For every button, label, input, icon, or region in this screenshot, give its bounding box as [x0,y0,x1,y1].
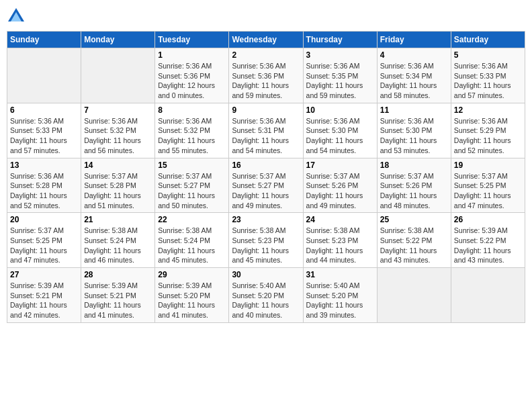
day-info: Sunrise: 5:36 AMSunset: 5:36 PMDaylight:… [232,61,300,101]
calendar-cell: 21Sunrise: 5:38 AMSunset: 5:24 PMDayligh… [81,213,155,268]
day-number: 1 [158,50,226,60]
day-info: Sunrise: 5:38 AMSunset: 5:22 PMDaylight:… [380,226,448,265]
calendar-row: 20Sunrise: 5:37 AMSunset: 5:25 PMDayligh… [7,213,525,268]
calendar-cell: 18Sunrise: 5:37 AMSunset: 5:26 PMDayligh… [377,158,451,213]
calendar-cell: 14Sunrise: 5:37 AMSunset: 5:28 PMDayligh… [81,158,155,213]
day-number: 31 [306,270,374,279]
day-info: Sunrise: 5:37 AMSunset: 5:26 PMDaylight:… [306,171,374,211]
day-info: Sunrise: 5:39 AMSunset: 5:21 PMDaylight:… [84,281,152,320]
day-number: 3 [306,50,374,60]
calendar-row: 1Sunrise: 5:36 AMSunset: 5:36 PMDaylight… [7,48,525,103]
day-info: Sunrise: 5:36 AMSunset: 5:32 PMDaylight:… [158,116,226,156]
day-number: 15 [158,161,226,170]
day-number: 14 [84,161,152,170]
day-number: 4 [380,50,448,60]
day-number: 17 [306,161,374,170]
day-info: Sunrise: 5:36 AMSunset: 5:30 PMDaylight:… [380,116,448,156]
day-info: Sunrise: 5:39 AMSunset: 5:22 PMDaylight:… [454,226,522,265]
calendar-cell: 6Sunrise: 5:36 AMSunset: 5:33 PMDaylight… [7,103,81,158]
day-number: 12 [454,105,522,115]
day-number: 26 [454,215,522,224]
weekday-header-saturday: Saturday [451,32,525,48]
calendar-cell: 31Sunrise: 5:40 AMSunset: 5:20 PMDayligh… [303,268,377,323]
calendar-table: SundayMondayTuesdayWednesdayThursdayFrid… [7,31,525,323]
calendar-cell: 5Sunrise: 5:36 AMSunset: 5:33 PMDaylight… [451,48,525,103]
weekday-header-monday: Monday [81,32,155,48]
day-info: Sunrise: 5:37 AMSunset: 5:27 PMDaylight:… [232,171,300,211]
day-info: Sunrise: 5:37 AMSunset: 5:28 PMDaylight:… [84,171,152,211]
day-info: Sunrise: 5:40 AMSunset: 5:20 PMDaylight:… [306,281,374,320]
calendar-cell: 30Sunrise: 5:40 AMSunset: 5:20 PMDayligh… [229,268,303,323]
day-number: 11 [380,105,448,115]
day-info: Sunrise: 5:38 AMSunset: 5:24 PMDaylight:… [158,226,226,265]
day-info: Sunrise: 5:36 AMSunset: 5:32 PMDaylight:… [84,116,152,156]
day-info: Sunrise: 5:36 AMSunset: 5:28 PMDaylight:… [10,171,78,211]
day-number: 8 [158,105,226,115]
weekday-header-thursday: Thursday [303,32,377,48]
day-number: 18 [380,161,448,170]
day-number: 24 [306,215,374,224]
day-info: Sunrise: 5:37 AMSunset: 5:27 PMDaylight:… [158,171,226,211]
calendar-cell: 23Sunrise: 5:38 AMSunset: 5:23 PMDayligh… [229,213,303,268]
page-header [7,7,525,26]
day-info: Sunrise: 5:38 AMSunset: 5:24 PMDaylight:… [84,226,152,265]
calendar-cell [377,268,451,323]
day-number: 20 [10,215,78,224]
calendar-cell: 22Sunrise: 5:38 AMSunset: 5:24 PMDayligh… [155,213,229,268]
day-number: 5 [454,50,522,60]
day-info: Sunrise: 5:36 AMSunset: 5:29 PMDaylight:… [454,116,522,156]
day-number: 19 [454,161,522,170]
day-number: 16 [232,161,300,170]
calendar-cell: 7Sunrise: 5:36 AMSunset: 5:32 PMDaylight… [81,103,155,158]
day-number: 7 [84,105,152,115]
weekday-header-sunday: Sunday [7,32,81,48]
day-number: 6 [10,105,78,115]
calendar-row: 13Sunrise: 5:36 AMSunset: 5:28 PMDayligh… [7,158,525,213]
weekday-header-tuesday: Tuesday [155,32,229,48]
day-info: Sunrise: 5:39 AMSunset: 5:20 PMDaylight:… [158,281,226,320]
day-number: 9 [232,105,300,115]
calendar-cell [451,268,525,323]
day-info: Sunrise: 5:38 AMSunset: 5:23 PMDaylight:… [306,226,374,265]
day-number: 2 [232,50,300,60]
calendar-cell: 9Sunrise: 5:36 AMSunset: 5:31 PMDaylight… [229,103,303,158]
day-info: Sunrise: 5:36 AMSunset: 5:33 PMDaylight:… [10,116,78,156]
day-number: 23 [232,215,300,224]
day-number: 13 [10,161,78,170]
calendar-cell: 3Sunrise: 5:36 AMSunset: 5:35 PMDaylight… [303,48,377,103]
calendar-cell: 27Sunrise: 5:39 AMSunset: 5:21 PMDayligh… [7,268,81,323]
calendar-cell: 1Sunrise: 5:36 AMSunset: 5:36 PMDaylight… [155,48,229,103]
calendar-cell: 4Sunrise: 5:36 AMSunset: 5:34 PMDaylight… [377,48,451,103]
calendar-cell: 26Sunrise: 5:39 AMSunset: 5:22 PMDayligh… [451,213,525,268]
day-info: Sunrise: 5:36 AMSunset: 5:36 PMDaylight:… [158,61,226,101]
calendar-row: 27Sunrise: 5:39 AMSunset: 5:21 PMDayligh… [7,268,525,323]
day-number: 22 [158,215,226,224]
calendar-cell: 25Sunrise: 5:38 AMSunset: 5:22 PMDayligh… [377,213,451,268]
calendar-header-row: SundayMondayTuesdayWednesdayThursdayFrid… [7,32,525,48]
day-number: 21 [84,215,152,224]
calendar-cell [81,48,155,103]
day-info: Sunrise: 5:36 AMSunset: 5:31 PMDaylight:… [232,116,300,156]
day-info: Sunrise: 5:36 AMSunset: 5:35 PMDaylight:… [306,61,374,101]
day-number: 29 [158,270,226,279]
calendar-cell: 15Sunrise: 5:37 AMSunset: 5:27 PMDayligh… [155,158,229,213]
calendar-cell: 2Sunrise: 5:36 AMSunset: 5:36 PMDaylight… [229,48,303,103]
calendar-cell [7,48,81,103]
day-number: 30 [232,270,300,279]
day-info: Sunrise: 5:37 AMSunset: 5:25 PMDaylight:… [454,171,522,211]
day-number: 27 [10,270,78,279]
weekday-header-friday: Friday [377,32,451,48]
logo-icon [7,7,26,26]
calendar-cell: 19Sunrise: 5:37 AMSunset: 5:25 PMDayligh… [451,158,525,213]
day-info: Sunrise: 5:36 AMSunset: 5:33 PMDaylight:… [454,61,522,101]
weekday-header-wednesday: Wednesday [229,32,303,48]
calendar-cell: 29Sunrise: 5:39 AMSunset: 5:20 PMDayligh… [155,268,229,323]
day-number: 28 [84,270,152,279]
day-info: Sunrise: 5:37 AMSunset: 5:26 PMDaylight:… [380,171,448,211]
calendar-cell: 12Sunrise: 5:36 AMSunset: 5:29 PMDayligh… [451,103,525,158]
calendar-cell: 11Sunrise: 5:36 AMSunset: 5:30 PMDayligh… [377,103,451,158]
calendar-cell: 28Sunrise: 5:39 AMSunset: 5:21 PMDayligh… [81,268,155,323]
calendar-cell: 10Sunrise: 5:36 AMSunset: 5:30 PMDayligh… [303,103,377,158]
day-info: Sunrise: 5:40 AMSunset: 5:20 PMDaylight:… [232,281,300,320]
day-info: Sunrise: 5:37 AMSunset: 5:25 PMDaylight:… [10,226,78,265]
